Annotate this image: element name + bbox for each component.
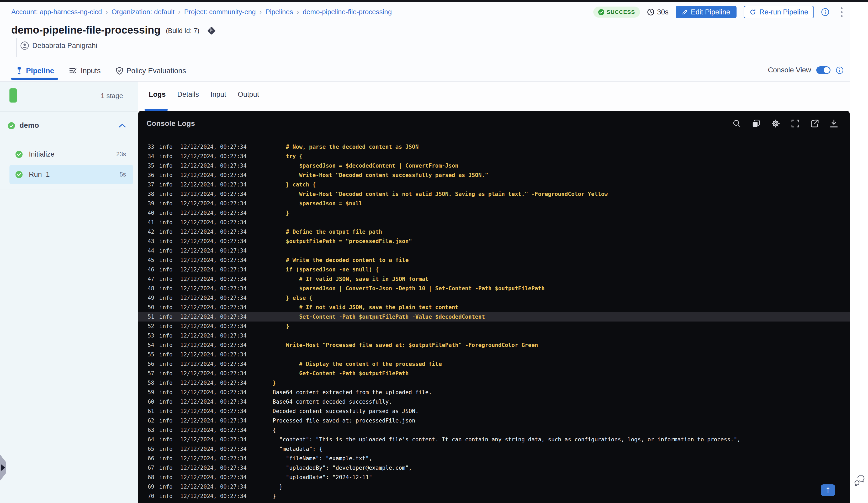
log-line-number: 40	[147, 210, 154, 216]
author-row: Debabrata Panigrahi	[20, 41, 97, 50]
log-level: info	[159, 181, 173, 188]
success-check-icon	[8, 122, 15, 129]
active-tab-underline	[145, 109, 168, 111]
log-row: 51 info 12/12/2024, 00:27:34 Set-Content…	[138, 312, 850, 322]
log-line-number: 57	[147, 370, 154, 377]
stage-status-block[interactable]	[9, 88, 17, 103]
status-badge-label: SUCCESS	[607, 9, 635, 15]
log-timestamp: 12/12/2024, 00:27:34	[180, 370, 247, 377]
log-level: info	[159, 285, 173, 292]
breadcrumb-link[interactable]: Pipelines	[265, 8, 293, 16]
stage-row-demo[interactable]: demo	[0, 112, 138, 141]
log-timestamp: 12/12/2024, 00:27:34	[180, 285, 247, 292]
log-row: 69 info 12/12/2024, 00:27:34 }	[138, 482, 850, 491]
log-message: # If valid JSON, save it in JSON format	[272, 276, 428, 282]
log-line-number: 45	[147, 257, 154, 263]
download-icon[interactable]	[830, 119, 838, 128]
log-line-number: 70	[147, 493, 154, 499]
copy-icon[interactable]	[752, 119, 761, 128]
step-row-initialize[interactable]: Initialize 23s	[9, 145, 133, 164]
log-row: 39 info 12/12/2024, 00:27:34 $parsedJson…	[138, 199, 850, 208]
tab-input[interactable]: Input	[210, 91, 226, 98]
console-view-toggle[interactable]	[816, 66, 830, 74]
page-header: demo-pipeline-file-processing (Build Id:…	[11, 24, 216, 36]
breadcrumb-item: Account: app-harness-ng-cicd ›	[11, 8, 112, 16]
scroll-to-top-button[interactable]: ↑	[821, 484, 835, 496]
chevron-up-icon[interactable]	[118, 123, 126, 128]
log-scroll-area[interactable]: 33 info 12/12/2024, 00:27:34 # Now, pars…	[138, 142, 850, 503]
rerun-pipeline-button[interactable]: Re-run Pipeline	[744, 6, 814, 18]
log-line-number: 66	[147, 455, 154, 462]
log-row: 52 info 12/12/2024, 00:27:34 }	[138, 322, 850, 331]
breadcrumb-link[interactable]: demo-pipeline-file-processing	[303, 8, 392, 16]
log-line-number: 39	[147, 200, 154, 207]
log-row: 40 info 12/12/2024, 00:27:34 }	[138, 208, 850, 218]
search-icon[interactable]	[733, 119, 741, 128]
log-timestamp: 12/12/2024, 00:27:34	[180, 181, 247, 188]
page-title: demo-pipeline-file-processing	[11, 24, 161, 36]
log-row: 56 info 12/12/2024, 00:27:34 # Display t…	[138, 359, 850, 369]
fullscreen-icon[interactable]	[791, 119, 800, 128]
breadcrumb-link[interactable]: Account: app-harness-ng-cicd	[11, 8, 102, 16]
log-line-number: 38	[147, 191, 154, 197]
tab-details[interactable]: Details	[177, 91, 199, 98]
pencil-icon	[682, 9, 688, 15]
log-message: $parsedJson | ConvertTo-Json -Depth 10 |…	[272, 285, 545, 292]
log-level: info	[159, 219, 173, 226]
chat-bubbles-icon[interactable]	[854, 475, 865, 487]
console-view-info-icon[interactable]	[836, 66, 844, 74]
log-line-number: 50	[147, 304, 154, 311]
settings-icon[interactable]	[771, 119, 781, 128]
log-timestamp: 12/12/2024, 00:27:34	[180, 474, 247, 480]
header-actions: SUCCESS 30s Edit Pipeline Re-run Pipelin…	[593, 5, 844, 19]
log-message: "metadata": {	[272, 446, 322, 452]
step-duration: 23s	[116, 151, 133, 158]
log-message: Processed file saved at: processedFile.j…	[272, 418, 415, 424]
inputs-icon	[69, 67, 77, 74]
log-row: 64 info 12/12/2024, 00:27:34 "content": …	[138, 435, 850, 444]
log-level: info	[159, 342, 173, 348]
log-message: Base64 content decoded successfully.	[272, 399, 392, 405]
log-message: Get-Content -Path $outputFilePath	[272, 370, 409, 377]
log-message: if ($parsedJson -ne $null) {	[272, 266, 379, 273]
log-timestamp: 12/12/2024, 00:27:34	[180, 361, 247, 367]
tab-output[interactable]: Output	[238, 91, 259, 98]
tab-pipeline-label: Pipeline	[26, 66, 54, 75]
log-line-number: 64	[147, 437, 154, 443]
log-level: info	[159, 248, 173, 254]
log-level: info	[159, 333, 173, 339]
tab-policy-evaluations[interactable]: Policy Evaluations	[116, 66, 186, 75]
log-message: Decoded content successfully parsed as J…	[272, 408, 418, 415]
tab-logs[interactable]: Logs	[149, 91, 166, 98]
toggle-knob	[824, 67, 830, 73]
log-line-number: 60	[147, 399, 154, 405]
breadcrumb-link[interactable]: Organization: default	[112, 8, 175, 16]
log-level: info	[159, 276, 173, 282]
tab-pipeline[interactable]: Pipeline	[16, 66, 54, 75]
log-line-number: 37	[147, 181, 154, 188]
log-message: Set-Content -Path $outputFilePath -Value…	[272, 314, 485, 320]
log-timestamp: 12/12/2024, 00:27:34	[180, 427, 247, 433]
log-row: 45 info 12/12/2024, 00:27:34 # Write the…	[138, 255, 850, 265]
log-timestamp: 12/12/2024, 00:27:34	[180, 484, 247, 490]
log-line-number: 67	[147, 465, 154, 471]
breadcrumb-link[interactable]: Project: community-eng	[184, 8, 256, 16]
build-id-label: (Build Id: 7)	[166, 27, 199, 36]
more-options-icon[interactable]	[840, 6, 844, 18]
log-row: 46 info 12/12/2024, 00:27:34 if ($parsed…	[138, 265, 850, 274]
open-in-new-icon[interactable]	[810, 119, 819, 128]
info-icon[interactable]	[821, 8, 829, 16]
log-level: info	[159, 304, 173, 311]
step-duration: 5s	[120, 171, 133, 178]
breadcrumb: Account: app-harness-ng-cicd › Organizat…	[11, 8, 392, 16]
log-line-number: 49	[147, 295, 154, 301]
step-row-run-1[interactable]: Run_1 5s	[9, 165, 133, 184]
console-panel: Console Logs 33 info 12/12/2024, 00:27:3…	[138, 111, 850, 503]
log-line-number: 42	[147, 229, 154, 235]
duration-label: 30s	[657, 8, 669, 16]
log-level: info	[159, 484, 173, 490]
edit-pipeline-button[interactable]: Edit Pipeline	[676, 6, 736, 18]
log-message: $outputFilePath = "processedFile.json"	[272, 238, 412, 244]
tab-inputs[interactable]: Inputs	[69, 66, 101, 75]
check-circle-icon	[598, 9, 604, 15]
